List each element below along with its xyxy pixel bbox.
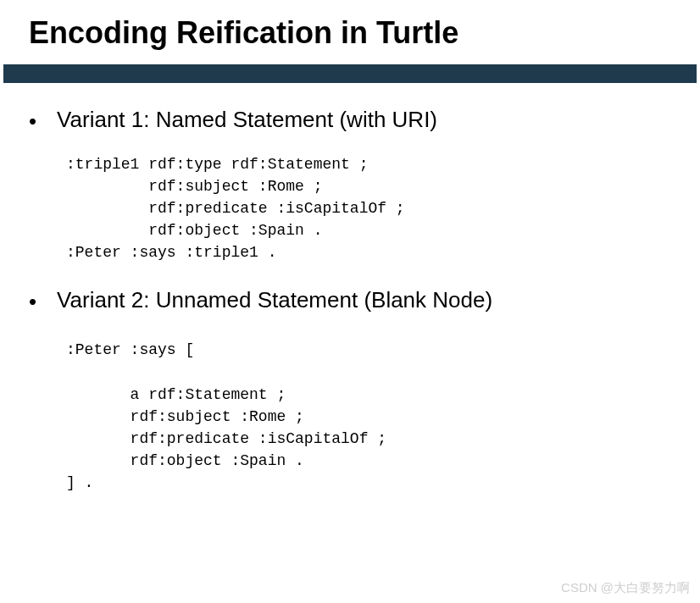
bullet-text-1: Variant 1: Named Statement (with URI): [57, 107, 437, 133]
code-block-2: :Peter :says [ a rdf:Statement ; rdf:sub…: [66, 339, 671, 494]
bullet-dot-icon: •: [29, 290, 36, 313]
bullet-variant-2: • Variant 2: Unnamed Statement (Blank No…: [29, 287, 671, 313]
bullet-text-2: Variant 2: Unnamed Statement (Blank Node…: [57, 287, 492, 313]
slide-content: • Variant 1: Named Statement (with URI) …: [0, 83, 700, 494]
code-block-1: :triple1 rdf:type rdf:Statement ; rdf:su…: [66, 153, 671, 263]
title-divider: [3, 64, 697, 83]
slide-title: Encoding Reification in Turtle: [0, 0, 700, 64]
bullet-dot-icon: •: [29, 110, 36, 132]
bullet-variant-1: • Variant 1: Named Statement (with URI): [29, 107, 671, 133]
watermark: CSDN @大白要努力啊: [561, 580, 690, 596]
